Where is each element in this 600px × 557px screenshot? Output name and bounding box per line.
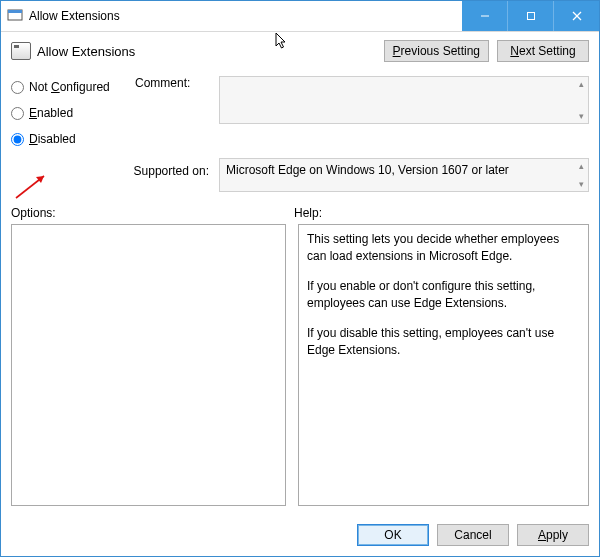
scroll-down-icon[interactable]: ▾ (579, 180, 584, 188)
radio-disabled[interactable]: Disabled (11, 132, 131, 146)
ok-button[interactable]: OK (357, 524, 429, 546)
maximize-button[interactable] (507, 1, 553, 31)
supported-on-text: Microsoft Edge on Windows 10, Version 16… (226, 163, 509, 177)
cancel-button[interactable]: Cancel (437, 524, 509, 546)
window-icon (7, 7, 23, 26)
close-button[interactable] (553, 1, 599, 31)
scroll-up-icon[interactable]: ▴ (579, 162, 584, 170)
previous-setting-button[interactable]: PPrevious Settingrevious Setting (384, 40, 489, 62)
dialog-window: Allow Extensions Allow Extensions PPre (0, 0, 600, 557)
help-section-label: Help: (294, 206, 322, 220)
radio-not-configured[interactable]: Not Configured (11, 80, 131, 94)
scroll-up-icon[interactable]: ▴ (579, 80, 584, 88)
help-text-3: If you disable this setting, employees c… (307, 325, 580, 360)
comment-textarea[interactable]: ▴ ▾ (219, 76, 589, 124)
radio-enabled[interactable]: Enabled (11, 106, 131, 120)
next-setting-button[interactable]: Next Setting (497, 40, 589, 62)
supported-on-label: Supported on: (134, 164, 209, 178)
help-pane: This setting lets you decide whether emp… (298, 224, 589, 506)
svg-rect-1 (8, 10, 22, 13)
apply-button[interactable]: Apply (517, 524, 589, 546)
page-title: Allow Extensions (37, 44, 135, 59)
scroll-down-icon[interactable]: ▾ (579, 112, 584, 120)
radio-enabled-input[interactable] (11, 107, 24, 120)
policy-icon (11, 42, 31, 60)
help-text-1: This setting lets you decide whether emp… (307, 231, 580, 266)
radio-not-configured-input[interactable] (11, 81, 24, 94)
svg-rect-3 (527, 13, 534, 20)
help-text-2: If you enable or don't configure this se… (307, 278, 580, 313)
comment-label: Comment: (135, 76, 215, 90)
dialog-footer: OK Cancel Apply (1, 516, 599, 556)
window-title: Allow Extensions (29, 9, 120, 23)
options-pane (11, 224, 286, 506)
radio-disabled-input[interactable] (11, 133, 24, 146)
supported-on-box: Microsoft Edge on Windows 10, Version 16… (219, 158, 589, 192)
minimize-button[interactable] (462, 1, 507, 31)
options-section-label: Options: (11, 206, 56, 220)
titlebar: Allow Extensions (1, 1, 599, 32)
